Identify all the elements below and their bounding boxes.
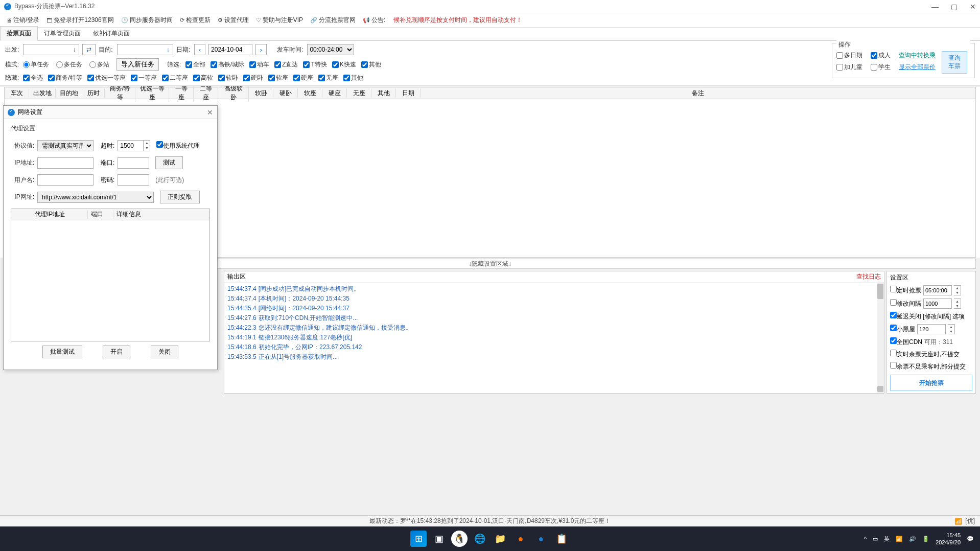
batch-test-button[interactable]: 批量测试 (42, 346, 82, 358)
filter-other[interactable]: 其他 (361, 60, 381, 69)
from-input[interactable] (24, 44, 69, 55)
hide-second[interactable]: 二等座 (162, 74, 188, 82)
hide-hardseat[interactable]: 硬座 (293, 74, 313, 82)
col-softsleep[interactable]: 软卧 (249, 89, 273, 98)
date-prev[interactable]: ‹ (194, 44, 205, 55)
bypass-taskbar-icon[interactable]: ● (533, 531, 549, 547)
interval-value[interactable] (923, 299, 952, 309)
hide-other[interactable]: 其他 (343, 74, 363, 82)
hide-softseat[interactable]: 软座 (268, 74, 288, 82)
swap-button[interactable]: ⇄ (82, 44, 96, 55)
output-scrollbar[interactable] (877, 283, 884, 393)
pcol-port[interactable]: 端口 (88, 210, 113, 219)
col-train[interactable]: 车次 (5, 89, 29, 98)
set-timed[interactable]: 定时抢票 (890, 286, 921, 295)
col-hardsleep[interactable]: 硬卧 (273, 89, 298, 98)
col-other[interactable]: 其他 (371, 89, 396, 98)
start-button[interactable]: ⊞ (410, 531, 427, 547)
hide-all[interactable]: 全选 (23, 74, 43, 82)
tb-proxy[interactable]: ⚙设置代理 (216, 16, 251, 25)
col-date[interactable]: 日期 (396, 89, 421, 98)
use-system-proxy[interactable]: 使用系统代理 (156, 141, 200, 150)
filter-gaotie[interactable]: 高铁/城际 (211, 60, 244, 69)
test-button[interactable]: 测试 (155, 156, 183, 169)
filter-t[interactable]: T特快 (303, 60, 326, 69)
battery-tray-icon[interactable]: 🔋 (922, 536, 929, 542)
ops-adult[interactable]: 成人 (871, 51, 891, 60)
col-to[interactable]: 目的地 (56, 89, 82, 98)
tray-app-icon[interactable]: ▭ (873, 536, 878, 542)
wifi-tray-icon[interactable]: 📶 (896, 536, 903, 542)
col-duration[interactable]: 历时 (82, 89, 105, 98)
col-first[interactable]: 一等座 (169, 84, 194, 102)
filter-dongche[interactable]: 动车 (249, 60, 269, 69)
mode-multi[interactable]: 多任务 (56, 60, 82, 69)
timeout-spin[interactable]: ▲▼ (143, 140, 150, 151)
ops-child[interactable]: 加儿童 (836, 63, 862, 72)
iplist-select[interactable]: http://www.xicidaili.com/nt/1 (37, 192, 154, 203)
scrollbar-thumb[interactable] (877, 284, 883, 299)
pcol-ip[interactable]: 代理IP地址 (32, 210, 88, 219)
pcol-detail[interactable]: 详细信息 (113, 210, 209, 219)
dialog-close-button[interactable]: ✕ (207, 108, 213, 117)
ops-student[interactable]: 学生 (871, 63, 891, 72)
volume-tray-icon[interactable]: 🔊 (909, 536, 916, 542)
tb-checkupdate[interactable]: ⟳检查更新 (178, 16, 213, 25)
app-icon-1[interactable]: ● (512, 531, 529, 547)
filter-all[interactable]: 全部 (185, 60, 205, 69)
tb-announce[interactable]: 📢公告: (361, 16, 387, 25)
tray-chevron-icon[interactable]: ^ (864, 536, 867, 542)
set-realtime-noseat[interactable]: 实时余票无座时,不提交 (890, 350, 960, 359)
filter-k[interactable]: K快速 (332, 60, 356, 69)
enable-button[interactable]: 开启 (103, 346, 130, 358)
col-remark[interactable]: 备注 (421, 89, 975, 98)
username-input[interactable] (37, 174, 94, 186)
regex-extract-button[interactable]: 正则提取 (160, 191, 200, 203)
mode-single[interactable]: 单任务 (23, 60, 49, 69)
taskbar-clock[interactable]: 15:45 2024/9/20 (936, 532, 961, 546)
tab-orders[interactable]: 订单管理页面 (38, 27, 87, 40)
ops-multidate[interactable]: 多日期 (836, 51, 862, 60)
to-dropdown[interactable]: ↓ (164, 46, 173, 53)
start-grab-button[interactable]: 开始抢票 (890, 375, 972, 391)
tb-homepage[interactable]: 🔗分流抢票官网 (308, 16, 358, 25)
tab-grab[interactable]: 抢票页面 (0, 26, 38, 41)
date-input[interactable] (208, 44, 252, 55)
taskview-icon[interactable]: ▣ (431, 531, 447, 547)
ops-showall-link[interactable]: 显示全部票价 (899, 63, 936, 72)
tb-vip[interactable]: ♡赞助与注册VIP (254, 16, 305, 25)
port-input[interactable] (118, 157, 149, 169)
tab-waitlist[interactable]: 候补订单页面 (87, 27, 136, 40)
set-insufficient[interactable]: 余票不足乘客时,部分提交 (890, 362, 966, 371)
col-hardseat[interactable]: 硬座 (322, 89, 347, 98)
tb-logout[interactable]: 🖥注销/登录 (4, 16, 41, 25)
qq-icon[interactable]: 🐧 (451, 531, 468, 547)
protocol-select[interactable]: 需测试真实可用 (37, 140, 94, 151)
hide-hardsleep[interactable]: 硬卧 (243, 74, 263, 82)
to-input[interactable] (118, 44, 164, 55)
col-noseat[interactable]: 无座 (347, 89, 371, 98)
col-second[interactable]: 二等座 (194, 84, 218, 102)
set-interval[interactable]: 修改间隔 (890, 299, 921, 308)
hide-softsleep[interactable]: 软卧 (218, 74, 238, 82)
from-dropdown[interactable]: ↓ (69, 46, 79, 53)
col-gaoruan[interactable]: 高级软卧 (218, 84, 249, 102)
mode-multistation[interactable]: 多站 (89, 60, 109, 69)
minimize-button[interactable]: — (931, 3, 939, 11)
tb-open12306[interactable]: 🗔免登录打开12306官网 (44, 16, 115, 25)
query-button[interactable]: 查询 车票 (942, 51, 967, 74)
filter-z[interactable]: Z直达 (274, 60, 298, 69)
scrollbar-thumb-bottom[interactable] (877, 386, 883, 392)
find-log-link[interactable]: 查找日志 (856, 272, 881, 281)
depart-select[interactable]: 00:00-24:00 (307, 44, 354, 55)
app-icon-2[interactable]: 📋 (553, 531, 570, 547)
set-blackroom[interactable]: 小黑屋 (890, 325, 915, 334)
interval-spin[interactable]: ▲▼ (954, 299, 961, 309)
timed-value[interactable] (923, 285, 952, 295)
tb-synctime[interactable]: 🕒同步服务器时间 (119, 16, 175, 25)
disable-button[interactable]: 关闭 (151, 346, 178, 358)
timed-spin[interactable]: ▲▼ (954, 285, 961, 295)
hide-noseat[interactable]: 无座 (318, 74, 338, 82)
hide-gaoruan[interactable]: 高软 (193, 74, 213, 82)
hide-business[interactable]: 商务/特等 (48, 74, 82, 82)
